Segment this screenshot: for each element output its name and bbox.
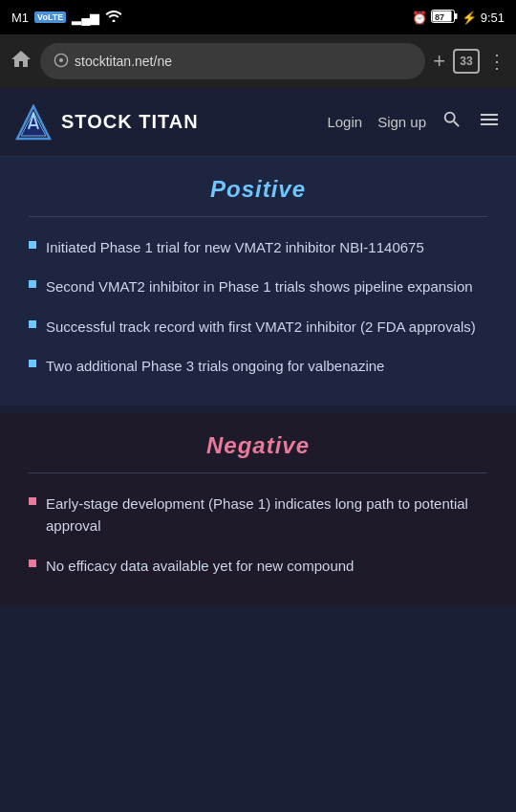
charging-icon: ⚡ (462, 11, 477, 25)
list-item: No efficacy data available yet for new c… (29, 555, 487, 577)
signup-link[interactable]: Sign up (377, 114, 426, 130)
site-header: STOCK TITAN Login Sign up (0, 88, 516, 157)
tabs-button[interactable]: 33 (453, 49, 480, 74)
status-bar: M1 VoLTE ▂▄▆ ⏰ 87 ⚡ 9:51 (0, 0, 516, 34)
bullet-text: Early-stage development (Phase 1) indica… (46, 493, 487, 538)
bullet-icon (29, 280, 36, 288)
list-item: Initiated Phase 1 trial for new VMAT2 in… (29, 236, 487, 258)
svg-rect-1 (454, 13, 457, 19)
address-text: stocktitan.net/ne (75, 54, 412, 69)
svg-point-5 (59, 58, 63, 62)
negative-divider (29, 472, 487, 473)
positive-divider (29, 216, 487, 217)
browser-bar: stocktitan.net/ne + 33 ⋮ (0, 34, 516, 88)
signal-icon: ▂▄▆ (72, 11, 99, 25)
bullet-text: Two additional Phase 3 trials ongoing fo… (46, 355, 384, 377)
status-left: M1 VoLTE ▂▄▆ (11, 10, 122, 25)
bullet-icon (29, 320, 36, 328)
list-item: Successful track record with first VMAT2… (29, 316, 487, 338)
bullet-text: Initiated Phase 1 trial for new VMAT2 in… (46, 236, 424, 258)
negative-section: Negative Early-stage development (Phase … (0, 413, 516, 605)
bullet-icon (29, 560, 36, 567)
search-icon[interactable] (441, 109, 462, 135)
list-item: Early-stage development (Phase 1) indica… (29, 493, 487, 538)
bullet-text: No efficacy data available yet for new c… (46, 555, 354, 577)
bullet-icon (29, 360, 36, 367)
battery-indicator: 87 (431, 10, 458, 26)
logo-text: STOCK TITAN (61, 111, 199, 133)
positive-section: Positive Initiated Phase 1 trial for new… (0, 157, 516, 406)
negative-title: Negative (29, 432, 487, 459)
positive-bullet-list: Initiated Phase 1 trial for new VMAT2 in… (29, 236, 487, 377)
time-display: 9:51 (481, 11, 505, 25)
home-button[interactable] (10, 48, 32, 76)
negative-bullet-list: Early-stage development (Phase 1) indica… (29, 493, 487, 577)
carrier-label: M1 (11, 11, 29, 25)
logo-icon (15, 104, 52, 141)
alarm-icon: ⏰ (412, 11, 427, 25)
login-link[interactable]: Login (327, 114, 362, 130)
site-info-icon (54, 53, 69, 71)
logo-area: STOCK TITAN (15, 104, 327, 141)
bullet-icon (29, 497, 36, 505)
svg-text:87: 87 (435, 12, 444, 22)
new-tab-button[interactable]: + (433, 49, 445, 74)
bullet-icon (29, 241, 36, 249)
list-item: Second VMAT2 inhibitor in Phase 1 trials… (29, 275, 487, 297)
positive-title: Positive (29, 176, 487, 203)
volte-badge: VoLTE (34, 11, 66, 23)
browser-menu-button[interactable]: ⋮ (487, 50, 506, 73)
address-bar[interactable]: stocktitan.net/ne (40, 43, 425, 79)
hamburger-menu-icon[interactable] (478, 108, 501, 136)
bullet-text: Successful track record with first VMAT2… (46, 316, 476, 338)
nav-links: Login Sign up (327, 108, 501, 136)
main-content: Positive Initiated Phase 1 trial for new… (0, 157, 516, 605)
bullet-text: Second VMAT2 inhibitor in Phase 1 trials… (46, 275, 473, 297)
list-item: Two additional Phase 3 trials ongoing fo… (29, 355, 487, 377)
status-right: ⏰ 87 ⚡ 9:51 (412, 10, 505, 26)
wifi-icon (105, 10, 122, 25)
